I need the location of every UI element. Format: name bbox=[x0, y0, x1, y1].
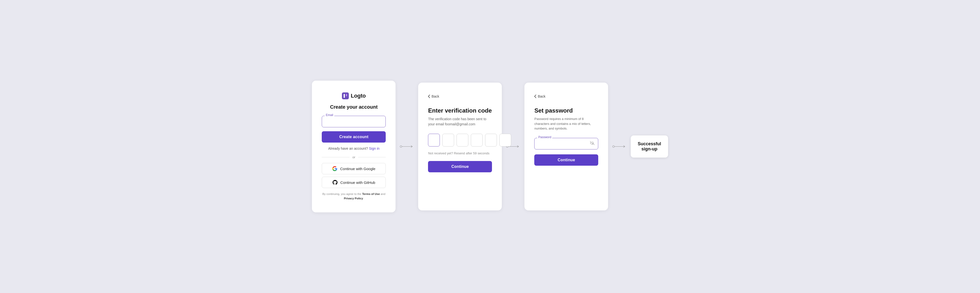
card3-continue-button[interactable]: Continue bbox=[534, 154, 598, 166]
card2-continue-button[interactable]: Continue bbox=[428, 161, 492, 172]
email-input[interactable] bbox=[322, 116, 386, 127]
svg-rect-1 bbox=[344, 94, 345, 98]
github-button-label: Continue with GitHub bbox=[340, 181, 375, 185]
divider-text: or bbox=[353, 155, 355, 159]
github-button[interactable]: Continue with GitHub bbox=[322, 177, 386, 188]
svg-point-7 bbox=[613, 146, 615, 147]
password-input-group: Password bbox=[534, 138, 598, 149]
email-input-group: Email bbox=[322, 116, 386, 127]
terms-text: By continuing, you agree to the Terms of… bbox=[322, 192, 386, 201]
success-box: Successful sign-up bbox=[631, 135, 668, 158]
otp-input-3[interactable] bbox=[457, 134, 468, 147]
otp-input-5[interactable] bbox=[485, 134, 497, 147]
otp-input-6[interactable] bbox=[500, 134, 511, 147]
create-account-button[interactable]: Create account bbox=[322, 131, 386, 143]
card3-subtitle: Password requires a minimum of 8 charact… bbox=[534, 117, 598, 131]
password-label: Password bbox=[537, 135, 552, 139]
card2-back-label: Back bbox=[431, 94, 439, 98]
google-button[interactable]: Continue with Google bbox=[322, 163, 386, 174]
terms-link[interactable]: Terms of Use bbox=[362, 192, 380, 195]
arrow-connector-3 bbox=[608, 144, 631, 149]
card2-back-button[interactable]: Back bbox=[428, 94, 439, 98]
email-label: Email bbox=[325, 113, 334, 117]
eye-icon[interactable] bbox=[590, 141, 595, 146]
google-button-label: Continue with Google bbox=[340, 167, 375, 171]
privacy-link[interactable]: Privacy Policy bbox=[344, 197, 363, 200]
logo-area: Logto bbox=[322, 92, 386, 99]
signin-link[interactable]: Sign in bbox=[369, 147, 380, 150]
otp-container bbox=[428, 134, 492, 147]
signin-prompt: Already have an account? Sign in bbox=[322, 147, 386, 150]
svg-rect-0 bbox=[342, 92, 349, 99]
password-input[interactable] bbox=[534, 138, 598, 149]
svg-point-3 bbox=[400, 146, 402, 147]
otp-input-1[interactable] bbox=[428, 134, 440, 147]
divider: or bbox=[322, 155, 386, 159]
divider-line-right bbox=[358, 157, 386, 157]
card3-back-chevron-icon bbox=[534, 95, 536, 98]
card1-title: Create your account bbox=[322, 104, 386, 110]
create-account-card: Logto Create your account Email Create a… bbox=[312, 81, 396, 212]
svg-rect-2 bbox=[346, 94, 347, 97]
arrow-connector-1 bbox=[396, 144, 418, 149]
divider-line-left bbox=[322, 157, 349, 157]
otp-input-4[interactable] bbox=[471, 134, 483, 147]
github-icon bbox=[332, 180, 337, 185]
google-icon bbox=[332, 166, 337, 171]
card3-back-button[interactable]: Back bbox=[534, 94, 545, 98]
flow-container: Logto Create your account Email Create a… bbox=[318, 81, 662, 212]
card3-back-label: Back bbox=[538, 94, 545, 98]
logo-text: Logto bbox=[351, 93, 366, 99]
otp-input-2[interactable] bbox=[442, 134, 454, 147]
card2-title: Enter verification code bbox=[428, 107, 492, 114]
card2-subtitle: The verification code has been sent to y… bbox=[428, 117, 492, 127]
verification-code-card: Back Enter verification code The verific… bbox=[418, 82, 502, 211]
logto-logo-icon bbox=[342, 92, 349, 99]
resend-text: Not received yet? Resend after 59 second… bbox=[428, 151, 492, 155]
back-chevron-icon bbox=[428, 95, 430, 98]
set-password-card: Back Set password Password requires a mi… bbox=[525, 82, 608, 211]
card3-title: Set password bbox=[534, 107, 598, 114]
